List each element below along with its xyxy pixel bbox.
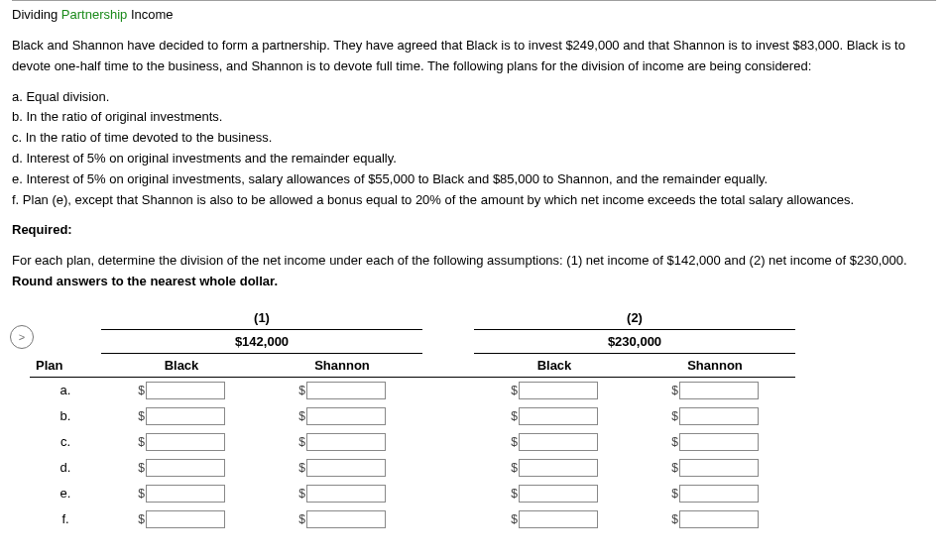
header-col1: (1) <box>101 306 422 330</box>
row-label-c: c. <box>30 429 101 455</box>
input-d-black-2[interactable] <box>519 459 598 477</box>
header-shannon-2: Shannon <box>635 353 795 377</box>
dollar-icon: $ <box>511 435 518 449</box>
nav-arrow-icon[interactable]: > <box>10 325 34 349</box>
header-black-1: Black <box>101 353 262 377</box>
page-title: Dividing Partnership Income <box>12 7 936 22</box>
input-d-black-1[interactable] <box>146 459 225 477</box>
input-b-black-2[interactable] <box>519 407 598 425</box>
item-d: d. Interest of 5% on original investment… <box>12 149 936 169</box>
header-amt2: $230,000 <box>474 329 795 353</box>
dollar-icon: $ <box>138 487 145 501</box>
intro-text: Black and Shannon have decided to form a… <box>12 36 936 77</box>
input-c-black-1[interactable] <box>146 433 225 451</box>
dollar-icon: $ <box>671 487 678 501</box>
row-label-d: d. <box>30 455 101 481</box>
input-e-shannon-2[interactable] <box>679 485 759 503</box>
input-b-black-1[interactable] <box>146 407 225 425</box>
dollar-icon: $ <box>671 384 678 397</box>
dollar-icon: $ <box>671 435 678 449</box>
table-row: c. $ $ $ $ <box>30 429 795 455</box>
dollar-icon: $ <box>138 435 145 449</box>
row-label-b: b. <box>30 403 101 429</box>
item-f: f. Plan (e), except that Shannon is also… <box>12 190 936 211</box>
dollar-icon: $ <box>671 461 678 475</box>
dollar-icon: $ <box>298 384 305 397</box>
input-e-black-2[interactable] <box>519 485 598 503</box>
dollar-icon: $ <box>298 487 305 501</box>
input-f-shannon-1[interactable] <box>306 510 386 528</box>
required-label: Required: <box>12 220 936 241</box>
dollar-icon: $ <box>298 461 305 475</box>
dollar-icon: $ <box>138 512 145 526</box>
instructions: For each plan, determine the division of… <box>12 251 936 292</box>
input-a-black-1[interactable] <box>146 382 225 399</box>
input-c-shannon-2[interactable] <box>679 433 759 451</box>
dollar-icon: $ <box>138 409 145 423</box>
table-row: d. $ $ $ $ <box>30 455 795 481</box>
dollar-icon: $ <box>511 512 518 526</box>
item-a: a. Equal division. <box>12 87 936 108</box>
item-b: b. In the ratio of original investments. <box>12 107 936 128</box>
input-a-shannon-1[interactable] <box>306 382 386 399</box>
dollar-icon: $ <box>298 435 305 449</box>
input-d-shannon-1[interactable] <box>306 459 386 477</box>
dollar-icon: $ <box>671 512 678 526</box>
input-a-black-2[interactable] <box>519 382 598 399</box>
dollar-icon: $ <box>298 409 305 423</box>
table-row: f. $ $ $ $ <box>30 506 795 532</box>
input-b-shannon-1[interactable] <box>306 407 386 425</box>
header-plan: Plan <box>30 353 101 377</box>
input-e-shannon-1[interactable] <box>306 485 386 503</box>
table-row: e. $ $ $ $ <box>30 481 795 506</box>
title-green: Partnership <box>61 7 127 22</box>
row-label-e: e. <box>30 481 101 506</box>
dollar-icon: $ <box>671 409 678 423</box>
header-amt1: $142,000 <box>101 329 422 353</box>
input-f-black-2[interactable] <box>519 510 598 528</box>
plan-list: a. Equal division. b. In the ratio of or… <box>12 87 936 211</box>
instr-bold: Round answers to the nearest whole dolla… <box>12 274 278 288</box>
input-c-shannon-1[interactable] <box>306 433 386 451</box>
input-f-black-1[interactable] <box>146 510 225 528</box>
dollar-icon: $ <box>511 409 518 423</box>
input-b-shannon-2[interactable] <box>679 407 759 425</box>
title-post: Income <box>127 7 173 22</box>
answer-table: (1) (2) $142,000 $230,000 Plan Black Sha… <box>30 306 795 532</box>
dollar-icon: $ <box>511 487 518 501</box>
item-e: e. Interest of 5% on original investment… <box>12 169 936 190</box>
input-d-shannon-2[interactable] <box>679 459 759 477</box>
table-row: b. $ $ $ $ <box>30 403 795 429</box>
dollar-icon: $ <box>138 384 145 397</box>
input-f-shannon-2[interactable] <box>679 510 759 528</box>
header-black-2: Black <box>474 353 635 377</box>
dollar-icon: $ <box>298 512 305 526</box>
input-c-black-2[interactable] <box>519 433 598 451</box>
row-label-f: f. <box>30 506 101 532</box>
header-shannon-1: Shannon <box>262 353 422 377</box>
input-a-shannon-2[interactable] <box>679 382 759 399</box>
input-e-black-1[interactable] <box>146 485 225 503</box>
item-c: c. In the ratio of time devoted to the b… <box>12 128 936 149</box>
dollar-icon: $ <box>138 461 145 475</box>
dollar-icon: $ <box>511 461 518 475</box>
header-col2: (2) <box>474 306 795 330</box>
row-label-a: a. <box>30 377 101 403</box>
title-pre: Dividing <box>12 7 61 22</box>
table-row: a. $ $ $ $ <box>30 377 795 403</box>
dollar-icon: $ <box>511 384 518 397</box>
instr-text: For each plan, determine the division of… <box>12 253 907 268</box>
